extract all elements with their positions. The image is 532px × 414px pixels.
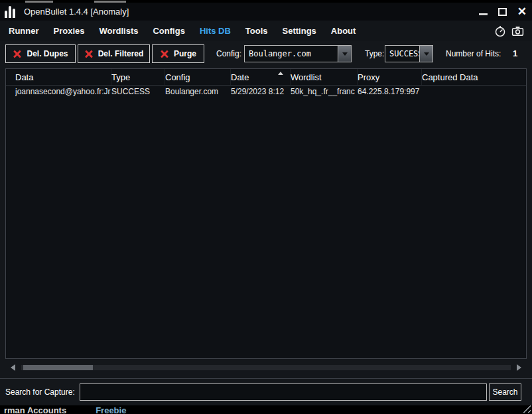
hits-count-value: 1 bbox=[513, 41, 517, 66]
delete-filtered-label: Del. Filtered bbox=[98, 49, 144, 58]
menu-bar: Runner Proxies Wordlists Configs Hits DB… bbox=[0, 21, 532, 41]
red-x-icon bbox=[13, 49, 22, 58]
column-header-type[interactable]: Type bbox=[111, 69, 165, 85]
menu-item-tools[interactable]: Tools bbox=[245, 26, 268, 36]
type-dropdown[interactable]: SUCCESS bbox=[385, 45, 433, 62]
window-controls: ✕ bbox=[479, 3, 527, 21]
menu-item-hits-db[interactable]: Hits DB bbox=[200, 26, 231, 36]
toolbar: Del. Dupes Del. Filtered Purge Config: B… bbox=[0, 41, 532, 66]
menu-icon-group bbox=[494, 25, 532, 37]
menu-item-proxies[interactable]: Proxies bbox=[54, 26, 85, 36]
red-x-icon bbox=[160, 49, 169, 58]
scroll-left-icon[interactable] bbox=[11, 364, 15, 371]
background-window-text: rman AccountsFreebie bbox=[4, 405, 126, 414]
gauge-icon[interactable] bbox=[494, 25, 506, 37]
chevron-down-icon[interactable] bbox=[338, 46, 351, 62]
cell-config: Boulanger.com bbox=[165, 86, 231, 98]
cell-wordlist: 50k_hq_.fr__franc bbox=[291, 86, 358, 98]
horizontal-scrollbar bbox=[5, 362, 527, 373]
close-button[interactable]: ✕ bbox=[517, 3, 527, 21]
config-dropdown[interactable]: Boulanger.com bbox=[244, 45, 352, 62]
hits-table: Data Type Config Date Wordlist Proxy Cap… bbox=[5, 68, 527, 359]
hits-count-label: Number of Hits: bbox=[446, 41, 501, 66]
menu-item-about[interactable]: About bbox=[331, 26, 356, 36]
chevron-down-icon[interactable] bbox=[419, 46, 432, 62]
cell-proxy: 64.225.8.179:997 bbox=[358, 86, 422, 98]
maximize-button[interactable] bbox=[498, 8, 507, 16]
openbullet-window: OpenBullet 1.4.4 [Anomaly] ✕ Runner Prox… bbox=[0, 3, 532, 405]
type-label: Type: bbox=[365, 41, 384, 66]
background-window-text-fragment: rman Accounts bbox=[4, 405, 66, 414]
search-button[interactable]: Search bbox=[489, 383, 521, 401]
title-bar[interactable]: OpenBullet 1.4.4 [Anomaly] ✕ bbox=[0, 3, 532, 21]
column-header-captured-data[interactable]: Captured Data bbox=[422, 69, 526, 85]
table-header-row: Data Type Config Date Wordlist Proxy Cap… bbox=[6, 69, 526, 86]
column-header-config[interactable]: Config bbox=[165, 69, 231, 85]
desktop: OpenBullet 1.4.4 [Anomaly] ✕ Runner Prox… bbox=[0, 0, 532, 414]
menu-item-runner[interactable]: Runner bbox=[9, 26, 39, 36]
sort-ascending-icon bbox=[278, 72, 283, 75]
cell-data: joannasecond@yahoo.fr:Jr bbox=[15, 86, 111, 98]
search-capture-label: Search for Capture: bbox=[5, 379, 75, 405]
cell-date: 5/29/2023 8:12 bbox=[231, 86, 291, 98]
type-dropdown-value: SUCCESS bbox=[385, 46, 419, 62]
menu-item-settings[interactable]: Settings bbox=[283, 26, 316, 36]
table-row[interactable]: joannasecond@yahoo.fr:Jr SUCCESS Boulang… bbox=[6, 86, 526, 98]
delete-dupes-label: Del. Dupes bbox=[27, 49, 68, 58]
delete-dupes-button[interactable]: Del. Dupes bbox=[5, 44, 76, 63]
search-input[interactable] bbox=[80, 383, 487, 401]
menu-item-configs[interactable]: Configs bbox=[153, 26, 184, 36]
column-header-date-label: Date bbox=[231, 72, 249, 82]
cell-captured-data bbox=[422, 86, 526, 98]
config-dropdown-value: Boulanger.com bbox=[245, 46, 338, 62]
column-header-proxy[interactable]: Proxy bbox=[358, 69, 422, 85]
search-bar: Search for Capture: Search bbox=[0, 379, 532, 405]
scrollbar-thumb[interactable] bbox=[23, 365, 93, 370]
background-window-link-fragment: Freebie bbox=[96, 405, 126, 414]
column-header-wordlist[interactable]: Wordlist bbox=[291, 69, 358, 85]
config-label: Config: bbox=[216, 41, 241, 66]
window-title: OpenBullet 1.4.4 [Anomaly] bbox=[24, 3, 129, 21]
scrollbar-track[interactable] bbox=[21, 365, 511, 370]
cell-type: SUCCESS bbox=[111, 86, 165, 98]
scroll-right-icon[interactable] bbox=[517, 364, 521, 371]
camera-icon[interactable] bbox=[511, 25, 524, 37]
background-window-strip: rman AccountsFreebie bbox=[0, 405, 532, 414]
minimize-button[interactable] bbox=[479, 13, 488, 15]
openbullet-logo-icon bbox=[5, 5, 19, 18]
menu-item-wordlists[interactable]: Wordlists bbox=[99, 26, 138, 36]
column-header-date[interactable]: Date bbox=[231, 69, 291, 85]
red-x-icon bbox=[84, 49, 94, 58]
delete-filtered-button[interactable]: Del. Filtered bbox=[78, 44, 150, 63]
purge-label: Purge bbox=[174, 49, 196, 58]
purge-button[interactable]: Purge bbox=[152, 44, 204, 63]
column-header-data[interactable]: Data bbox=[15, 69, 111, 85]
